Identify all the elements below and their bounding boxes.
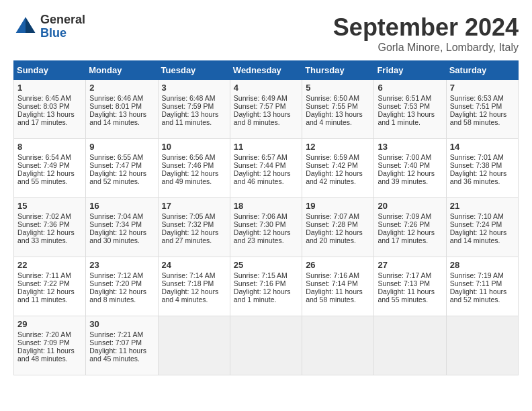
daylight-label: Daylight: 12 hours and 1 minute. (234, 287, 291, 304)
day-number: 25 (234, 260, 298, 270)
table-row: 6 Sunrise: 6:51 AM Sunset: 7:53 PM Dayli… (374, 80, 446, 139)
day-number: 5 (306, 83, 370, 93)
col-monday: Monday (86, 61, 158, 80)
sunset-label: Sunset: 7:14 PM (306, 279, 358, 287)
logo: General Blue (13, 13, 85, 40)
sunrise-label: Sunrise: 6:53 AM (450, 94, 504, 102)
daylight-label: Daylight: 12 hours and 8 minutes. (89, 287, 146, 304)
sunset-label: Sunset: 7:09 PM (17, 338, 70, 347)
daylight-label: Daylight: 12 hours and 20 minutes. (306, 228, 363, 244)
sunrise-label: Sunrise: 7:09 AM (378, 212, 431, 220)
table-row: 30 Sunrise: 7:21 AM Sunset: 7:07 PM Dayl… (86, 316, 158, 375)
sunrise-label: Sunrise: 7:20 AM (17, 330, 71, 338)
sunset-label: Sunset: 7:53 PM (378, 102, 430, 110)
daylight-label: Daylight: 13 hours and 1 minute. (378, 110, 435, 126)
daylight-label: Daylight: 11 hours and 58 minutes. (306, 287, 363, 304)
table-row: 14 Sunrise: 7:01 AM Sunset: 7:38 PM Dayl… (446, 139, 518, 198)
daylight-label: Daylight: 12 hours and 33 minutes. (17, 228, 75, 244)
daylight-label: Daylight: 12 hours and 49 minutes. (162, 169, 219, 185)
sunrise-label: Sunrise: 6:50 AM (306, 94, 359, 102)
table-row: 15 Sunrise: 7:02 AM Sunset: 7:36 PM Dayl… (14, 198, 86, 257)
table-row: 19 Sunrise: 7:07 AM Sunset: 7:28 PM Dayl… (302, 198, 374, 257)
day-number: 2 (89, 83, 154, 93)
table-row: 5 Sunrise: 6:50 AM Sunset: 7:55 PM Dayli… (302, 80, 374, 139)
table-row: 7 Sunrise: 6:53 AM Sunset: 7:51 PM Dayli… (446, 80, 518, 139)
sunset-label: Sunset: 7:47 PM (89, 161, 142, 169)
table-row: 17 Sunrise: 7:05 AM Sunset: 7:32 PM Dayl… (158, 198, 230, 257)
sunrise-label: Sunrise: 7:19 AM (450, 271, 504, 279)
table-row: 8 Sunrise: 6:54 AM Sunset: 7:49 PM Dayli… (14, 139, 86, 198)
table-row: 3 Sunrise: 6:48 AM Sunset: 7:59 PM Dayli… (158, 80, 230, 139)
sunset-label: Sunset: 7:20 PM (89, 279, 142, 287)
day-number: 15 (17, 201, 82, 211)
svg-marker-1 (26, 17, 35, 32)
table-row: 29 Sunrise: 7:20 AM Sunset: 7:09 PM Dayl… (14, 316, 86, 375)
table-row: 23 Sunrise: 7:12 AM Sunset: 7:20 PM Dayl… (86, 257, 158, 316)
day-number: 19 (306, 201, 370, 211)
day-number: 11 (234, 142, 298, 152)
table-row: 18 Sunrise: 7:06 AM Sunset: 7:30 PM Dayl… (230, 198, 302, 257)
sunrise-label: Sunrise: 7:16 AM (306, 271, 359, 279)
sunset-label: Sunset: 7:42 PM (306, 161, 358, 169)
daylight-label: Daylight: 12 hours and 46 minutes. (234, 169, 291, 185)
day-number: 24 (162, 260, 226, 270)
table-row: 20 Sunrise: 7:09 AM Sunset: 7:26 PM Dayl… (374, 198, 446, 257)
table-row: 9 Sunrise: 6:55 AM Sunset: 7:47 PM Dayli… (86, 139, 158, 198)
daylight-label: Daylight: 12 hours and 14 minutes. (450, 228, 507, 244)
sunrise-label: Sunrise: 7:05 AM (162, 212, 216, 220)
location-subtitle: Gorla Minore, Lombardy, Italy (333, 42, 519, 54)
sunrise-label: Sunrise: 7:01 AM (450, 153, 504, 161)
sunrise-label: Sunrise: 7:17 AM (378, 271, 431, 279)
daylight-label: Daylight: 13 hours and 8 minutes. (234, 110, 291, 126)
day-number: 17 (162, 201, 226, 211)
sunset-label: Sunset: 7:11 PM (450, 279, 502, 287)
col-wednesday: Wednesday (230, 61, 302, 80)
sunrise-label: Sunrise: 7:21 AM (89, 330, 143, 338)
table-row: 21 Sunrise: 7:10 AM Sunset: 7:24 PM Dayl… (446, 198, 518, 257)
table-row: 27 Sunrise: 7:17 AM Sunset: 7:13 PM Dayl… (374, 257, 446, 316)
day-number: 6 (378, 83, 442, 93)
sunset-label: Sunset: 7:07 PM (89, 338, 142, 347)
sunset-label: Sunset: 7:30 PM (234, 220, 286, 228)
day-number: 9 (89, 142, 154, 152)
day-number: 18 (234, 201, 298, 211)
daylight-label: Daylight: 13 hours and 11 minutes. (162, 110, 219, 126)
sunrise-label: Sunrise: 6:51 AM (378, 94, 431, 102)
day-number: 30 (89, 319, 154, 329)
table-row: 4 Sunrise: 6:49 AM Sunset: 7:57 PM Dayli… (230, 80, 302, 139)
daylight-label: Daylight: 12 hours and 52 minutes. (89, 169, 146, 185)
sunset-label: Sunset: 7:51 PM (450, 102, 502, 110)
sunrise-label: Sunrise: 6:55 AM (89, 153, 143, 161)
calendar-row: 29 Sunrise: 7:20 AM Sunset: 7:09 PM Dayl… (14, 316, 519, 375)
sunset-label: Sunset: 7:28 PM (306, 220, 358, 228)
day-number: 22 (17, 260, 82, 270)
daylight-label: Daylight: 12 hours and 23 minutes. (234, 228, 291, 244)
day-number: 4 (234, 83, 298, 93)
sunset-label: Sunset: 7:26 PM (378, 220, 430, 228)
col-thursday: Thursday (302, 61, 374, 80)
sunset-label: Sunset: 7:24 PM (450, 220, 502, 228)
sunrise-label: Sunrise: 6:56 AM (162, 153, 216, 161)
sunset-label: Sunset: 7:44 PM (234, 161, 286, 169)
col-saturday: Saturday (446, 61, 518, 80)
sunset-label: Sunset: 7:46 PM (162, 161, 214, 169)
day-number: 12 (306, 142, 370, 152)
sunset-label: Sunset: 7:59 PM (162, 102, 214, 110)
day-number: 27 (378, 260, 442, 270)
sunrise-label: Sunrise: 7:12 AM (89, 271, 143, 279)
sunrise-label: Sunrise: 7:02 AM (17, 212, 71, 220)
table-row (446, 316, 518, 375)
day-number: 23 (89, 260, 154, 270)
table-row: 2 Sunrise: 6:46 AM Sunset: 8:01 PM Dayli… (86, 80, 158, 139)
sunset-label: Sunset: 7:49 PM (17, 161, 70, 169)
day-number: 28 (450, 260, 515, 270)
sunrise-label: Sunrise: 6:57 AM (234, 153, 287, 161)
day-number: 16 (89, 201, 154, 211)
table-row (230, 316, 302, 375)
sunrise-label: Sunrise: 7:06 AM (234, 212, 287, 220)
day-number: 3 (162, 83, 226, 93)
daylight-label: Daylight: 11 hours and 52 minutes. (450, 287, 507, 304)
day-number: 1 (17, 83, 82, 93)
sunset-label: Sunset: 7:36 PM (17, 220, 70, 228)
sunset-label: Sunset: 7:38 PM (450, 161, 502, 169)
